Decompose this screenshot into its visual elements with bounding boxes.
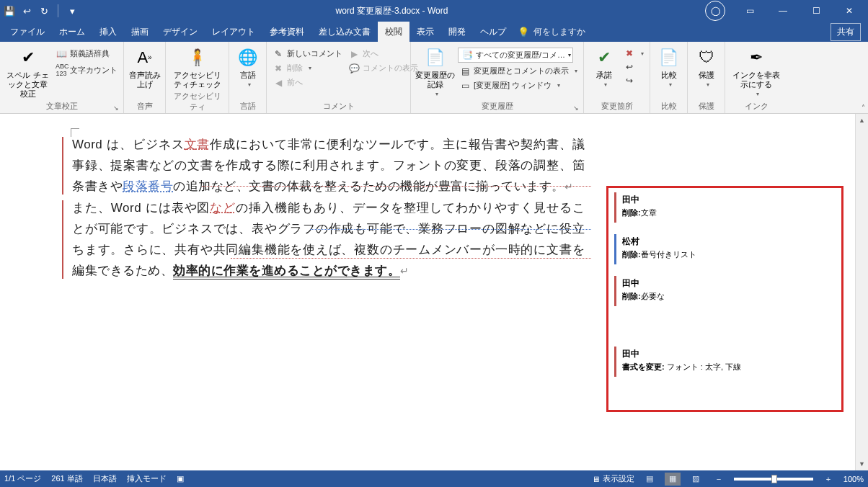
language-button[interactable]: 🌐 言語	[234, 45, 262, 89]
zoom-level[interactable]: 100%	[843, 475, 864, 483]
thesaurus-button[interactable]: 📖類義語辞典	[54, 48, 119, 60]
print-layout-button[interactable]: ▦	[665, 473, 681, 486]
tell-me-placeholder: 何をしますか	[533, 26, 585, 38]
save-button[interactable]: 💾	[3, 4, 16, 17]
spellcheck-button[interactable]: ✔ スペル チェックと文章校正	[4, 45, 51, 99]
close-button[interactable]: ✕	[833, 1, 865, 21]
tab-ヘルプ[interactable]: ヘルプ	[473, 22, 513, 42]
group-proofing-label: 文章校正	[46, 102, 78, 110]
revision-author: 田中	[622, 277, 836, 290]
inserted-text: 段落番号	[123, 179, 173, 193]
revisions-pane-highlight: 田中削除:文章松村削除:番号付きリスト田中削除:必要な田中書式を変更: フォント…	[606, 186, 843, 412]
revision-action: 削除:文章	[622, 207, 836, 218]
window-title: word 変更履歴-3.docx - Word	[79, 5, 705, 17]
web-layout-button[interactable]: ▨	[688, 473, 704, 486]
ribbon-options-button[interactable]: ▭	[734, 1, 766, 21]
proofing-launcher[interactable]: ↘	[113, 104, 119, 112]
compare-button[interactable]: 📄 比較	[655, 45, 683, 89]
vertical-scrollbar[interactable]: ▲ ▼	[855, 114, 868, 470]
tab-ファイル[interactable]: ファイル	[3, 22, 52, 42]
revision-item[interactable]: 松村削除:番号付きリスト	[614, 234, 836, 264]
tab-表示[interactable]: 表示	[409, 22, 441, 42]
status-word-count[interactable]: 261 単語	[51, 473, 82, 484]
tab-デザイン[interactable]: デザイン	[156, 22, 205, 42]
tab-校閲[interactable]: 校閲	[378, 22, 409, 42]
tab-差し込み文書[interactable]: 差し込み文書	[311, 22, 378, 42]
scroll-down-button[interactable]: ▼	[856, 457, 868, 470]
monitor-icon: 🖥	[592, 475, 600, 483]
group-accessibility-label: アクセシビリティ	[170, 89, 224, 112]
pilcrow-icon: ↵	[564, 181, 574, 192]
collapse-ribbon-button[interactable]: ˄	[862, 104, 865, 112]
revision-connector	[310, 229, 591, 230]
tab-開発[interactable]: 開発	[441, 22, 473, 42]
previous-comment-button[interactable]: ◀前へ	[271, 76, 344, 89]
pilcrow-icon: ↵	[400, 265, 409, 277]
lightbulb-icon: 💡	[518, 27, 529, 37]
display-for-review-dropdown[interactable]: 📑すべての変更履歴/コメ… ▾	[458, 48, 573, 63]
status-language[interactable]: 日本語	[93, 473, 117, 484]
revision-item[interactable]: 田中削除:文章	[614, 192, 836, 223]
scroll-up-button[interactable]: ▲	[856, 114, 868, 127]
next-change-button[interactable]: ↪	[622, 75, 645, 86]
reject-change-button[interactable]: ✖	[622, 48, 645, 59]
redo-button[interactable]: ↻	[37, 4, 50, 17]
maximize-button[interactable]: ☐	[800, 1, 832, 21]
revision-author: 田中	[622, 348, 836, 360]
customize-qat[interactable]: ▾	[66, 4, 79, 17]
next-comment-button[interactable]: ▶次へ	[347, 48, 420, 60]
inserted-text: など	[210, 201, 236, 215]
accessibility-check-button[interactable]: 🧍 アクセシビリティチェック	[170, 45, 224, 89]
status-page[interactable]: 1/1 ページ	[4, 473, 41, 484]
display-settings-button[interactable]: 🖥表示設定	[592, 473, 634, 484]
separator	[58, 4, 58, 17]
group-language-label: 言語	[234, 99, 262, 112]
document-canvas[interactable]: Word は、ビジネス文書作成において非常に便利なツールです。主に報告書や契約書…	[0, 114, 606, 470]
paragraph-2[interactable]: また、Word には表や図などの挿入機能もあり、データを整理してわかりやすく見せ…	[43, 197, 599, 282]
word-count-button[interactable]: ABC123文字カウント	[54, 62, 119, 78]
show-comments-button[interactable]: 💬コメントの表示	[347, 62, 420, 74]
revision-action: 書式を変更: フォント : 太字, 下線	[622, 362, 836, 372]
hide-ink-button[interactable]: ✒ インクを非表示にする	[730, 45, 783, 98]
undo-button[interactable]: ↩	[20, 4, 33, 17]
change-bar	[62, 137, 63, 195]
paragraph-1[interactable]: Word は、ビジネス文書作成において非常に便利なツールです。主に報告書や契約書…	[43, 134, 599, 197]
tab-挿入[interactable]: 挿入	[92, 22, 124, 42]
formatted-text: 効率的に作業を進めることができます。	[173, 264, 400, 277]
chevron-down-icon: ▾	[568, 52, 571, 58]
previous-change-button[interactable]: ↩	[622, 61, 645, 73]
delete-comment-button[interactable]: ✖削除	[271, 62, 344, 74]
track-changes-button[interactable]: 📄 変更履歴の記録	[415, 45, 455, 98]
group-ink-label: インク	[730, 99, 783, 112]
accept-change-button[interactable]: ✔ 承諾	[588, 45, 619, 89]
minimize-button[interactable]: —	[767, 1, 799, 21]
tell-me-search[interactable]: 💡 何をしますか	[518, 22, 585, 42]
tracking-launcher[interactable]: ↘	[573, 104, 579, 112]
show-markup-button[interactable]: ▤変更履歴とコメントの表示	[458, 65, 579, 77]
protect-button[interactable]: 🛡 保護	[692, 45, 720, 89]
read-mode-button[interactable]: ▤	[642, 473, 657, 486]
zoom-in-button[interactable]: +	[820, 473, 836, 486]
status-insert-mode[interactable]: 挿入モード	[127, 473, 167, 484]
revision-action: 削除:必要な	[622, 291, 836, 302]
account-icon[interactable]: ◯	[705, 1, 725, 21]
tab-参考資料[interactable]: 参考資料	[262, 22, 311, 42]
group-changes-label: 変更箇所	[588, 99, 645, 112]
group-tracking-label: 変更履歴	[482, 102, 513, 110]
group-comments-label: コメント	[271, 99, 406, 112]
tab-レイアウト[interactable]: レイアウト	[205, 22, 262, 42]
inserted-text: 文書	[185, 138, 211, 151]
zoom-slider[interactable]	[734, 478, 813, 481]
tab-描画[interactable]: 描画	[124, 22, 156, 42]
group-compare-label: 比較	[655, 99, 683, 112]
new-comment-button[interactable]: ✎新しいコメント	[271, 48, 344, 60]
read-aloud-button[interactable]: A» 音声読み上げ	[128, 45, 161, 89]
revision-item[interactable]: 田中削除:必要な	[614, 276, 836, 306]
revision-connector	[202, 186, 591, 187]
zoom-out-button[interactable]: −	[711, 473, 727, 486]
revision-item[interactable]: 田中書式を変更: フォント : 太字, 下線	[614, 347, 836, 377]
macro-record-icon[interactable]: ▣	[177, 474, 184, 483]
reviewing-pane-button[interactable]: ▭[変更履歴] ウィンドウ	[458, 79, 579, 91]
tab-ホーム[interactable]: ホーム	[52, 22, 92, 42]
share-button[interactable]: 共有	[831, 23, 861, 41]
